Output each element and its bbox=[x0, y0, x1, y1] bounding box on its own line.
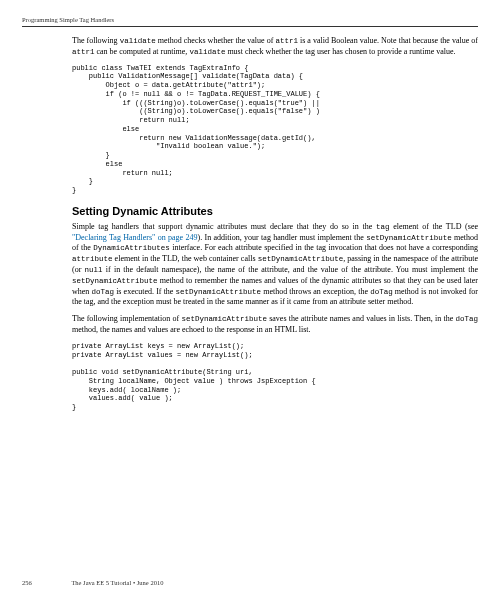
code-inline: attribute bbox=[72, 255, 113, 263]
page-header: Programming Simple Tag Handlers bbox=[22, 16, 114, 23]
t: can be computed at runtime, bbox=[95, 47, 190, 56]
code-inline: doTag bbox=[370, 288, 393, 296]
code-inline: attr1 bbox=[275, 37, 298, 45]
code-inline: doTag bbox=[91, 288, 114, 296]
t: method throws an exception, the bbox=[261, 287, 370, 296]
main-content: The following validate method checks whe… bbox=[72, 36, 478, 422]
code-inline: DynamicAttributes bbox=[93, 244, 170, 252]
t: must check whether the tag user has chos… bbox=[225, 47, 455, 56]
code-block-1: public class TwaTEI extends TagExtraInfo… bbox=[72, 64, 478, 195]
code-inline: setDynamicAttribute bbox=[176, 288, 262, 296]
t: is executed. If the bbox=[114, 287, 176, 296]
code-inline: setDynamicAttribute bbox=[181, 315, 267, 323]
code-inline: attr1 bbox=[72, 48, 95, 56]
paragraph-3: The following implementation of setDynam… bbox=[72, 314, 478, 336]
code-inline: null bbox=[85, 266, 103, 274]
code-inline: validate bbox=[120, 37, 156, 45]
t: Simple tag handlers that support dynamic… bbox=[72, 222, 376, 231]
paragraph-2: Simple tag handlers that support dynamic… bbox=[72, 222, 478, 308]
t: The following bbox=[72, 36, 120, 45]
section-heading: Setting Dynamic Attributes bbox=[72, 205, 478, 217]
page-number: 256 bbox=[22, 579, 32, 586]
page-footer: 256 The Java EE 5 Tutorial • June 2010 bbox=[22, 579, 478, 586]
code-block-2: private ArrayList keys = new ArrayList()… bbox=[72, 342, 478, 412]
footer-text: The Java EE 5 Tutorial • June 2010 bbox=[71, 579, 163, 586]
t: element in the TLD, the web container ca… bbox=[113, 254, 258, 263]
code-inline: validate bbox=[189, 48, 225, 56]
t: interface. For each attribute specified … bbox=[170, 243, 478, 252]
code-inline: setDynamicAttribute bbox=[366, 234, 452, 242]
link-text: "Declaring Tag Handlers" on page 249 bbox=[72, 233, 198, 242]
header-title: Programming Simple Tag Handlers bbox=[22, 16, 114, 23]
code-inline: setDynamicAttribute bbox=[258, 255, 344, 263]
t: method checks whether the value of bbox=[156, 36, 276, 45]
t: saves the attribute names and values in … bbox=[267, 314, 456, 323]
code-inline: tag bbox=[376, 223, 390, 231]
header-rule bbox=[22, 26, 478, 27]
t: is a valid Boolean value. Note that beca… bbox=[298, 36, 478, 45]
paragraph-1: The following validate method checks whe… bbox=[72, 36, 478, 58]
t: if in the default namespace), the name o… bbox=[103, 265, 478, 274]
t: method, the names and values are echoed … bbox=[72, 325, 311, 334]
code-inline: doTag bbox=[456, 315, 479, 323]
code-inline: setDynamicAttribute bbox=[72, 277, 158, 285]
t: element of the TLD (see bbox=[389, 222, 478, 231]
t: The following implementation of bbox=[72, 314, 181, 323]
t: ). In addition, your tag handler must im… bbox=[198, 233, 367, 242]
